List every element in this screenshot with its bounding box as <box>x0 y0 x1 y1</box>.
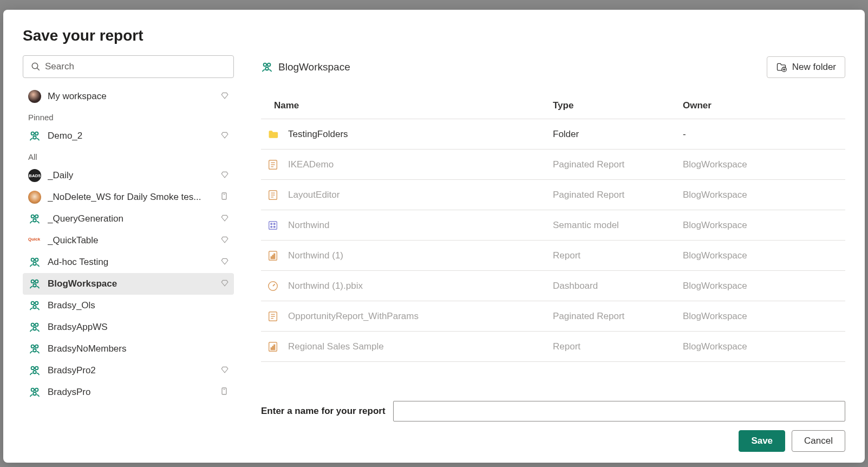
svg-point-27 <box>35 323 38 327</box>
dataset-icon <box>266 219 279 232</box>
my-workspace-item[interactable]: My workspace <box>23 86 234 107</box>
svg-point-11 <box>35 215 38 218</box>
workspace-label: Ad-hoc Testing <box>48 257 217 268</box>
svg-point-5 <box>33 136 36 139</box>
svg-point-15 <box>31 258 35 262</box>
table-row[interactable]: TestingFoldersFolder- <box>261 119 845 150</box>
main-header: BlogWorkspace New folder <box>261 55 845 79</box>
row-type: Paginated Report <box>553 159 683 170</box>
svg-point-17 <box>33 262 36 265</box>
diamond-icon <box>221 235 229 246</box>
diamond-icon <box>221 365 229 376</box>
workspace-icon <box>28 321 41 334</box>
breadcrumb-label: BlogWorkspace <box>278 61 350 73</box>
workspace-item[interactable]: Bradsy_Ols <box>23 295 234 316</box>
workspace-item[interactable]: BradysPro <box>23 381 234 403</box>
svg-point-29 <box>31 345 35 348</box>
workspace-item[interactable]: BradsyPro2 <box>23 360 234 381</box>
diamond-icon <box>221 257 229 268</box>
dashboard-icon <box>266 280 279 293</box>
table-row: OpportunityReport_WithParamsPaginated Re… <box>261 301 845 332</box>
workspace-item[interactable]: Demo_2 <box>23 125 234 147</box>
workspace-label: BlogWorkspace <box>48 278 217 289</box>
cancel-button[interactable]: Cancel <box>792 430 845 452</box>
pinned-section-label: Pinned <box>23 107 234 125</box>
save-button[interactable]: Save <box>739 430 785 452</box>
share-icon <box>220 192 229 203</box>
svg-point-59 <box>273 226 275 228</box>
new-folder-label: New folder <box>792 62 836 73</box>
workspace-item[interactable]: Ad-hoc Testing <box>23 251 234 273</box>
row-owner: BlogWorkspace <box>683 311 845 322</box>
share-icon <box>220 387 229 398</box>
report-name-label: Enter a name for your report <box>261 406 386 417</box>
column-type-header[interactable]: Type <box>553 100 683 111</box>
svg-point-28 <box>33 327 36 330</box>
workspace-sidebar: My workspace Pinned Demo_2 All BAD5_Dail… <box>23 55 234 452</box>
table-body[interactable]: TestingFoldersFolder-IKEADemoPaginated R… <box>261 119 845 390</box>
svg-rect-8 <box>222 193 226 199</box>
row-type: Folder <box>553 129 683 140</box>
svg-line-1 <box>37 68 40 70</box>
row-type: Paginated Report <box>553 311 683 322</box>
dialog-body: My workspace Pinned Demo_2 All BAD5_Dail… <box>3 55 865 463</box>
svg-point-12 <box>33 219 36 222</box>
svg-point-25 <box>33 306 36 309</box>
all-section-label: All <box>23 147 234 165</box>
diamond-icon <box>221 91 229 102</box>
row-owner: BlogWorkspace <box>683 159 845 170</box>
table-row: NorthwindSemantic modelBlogWorkspace <box>261 210 845 241</box>
workspace-label: _NoDelete_WS for Daily Smoke tes... <box>48 192 216 203</box>
svg-point-3 <box>31 132 35 135</box>
svg-point-41 <box>264 63 267 67</box>
svg-marker-14 <box>221 237 228 243</box>
workspace-item[interactable]: BAD5_Daily <box>23 165 234 186</box>
report-name-input[interactable] <box>393 401 845 421</box>
svg-point-10 <box>31 215 35 218</box>
workspace-item[interactable]: BradsyAppWS <box>23 316 234 338</box>
svg-point-16 <box>35 258 38 262</box>
workspace-icon <box>28 277 41 290</box>
column-owner-header[interactable]: Owner <box>683 100 845 111</box>
workspace-item[interactable]: BradsyNoMembers <box>23 338 234 360</box>
svg-rect-61 <box>271 256 272 258</box>
workspace-icon <box>28 364 41 377</box>
svg-marker-13 <box>221 215 228 221</box>
svg-rect-72 <box>274 345 275 349</box>
new-folder-button[interactable]: New folder <box>767 56 845 78</box>
workspace-icon <box>28 212 41 225</box>
row-type: Semantic model <box>553 220 683 231</box>
svg-point-21 <box>33 284 36 287</box>
table-row: Northwind (1)ReportBlogWorkspace <box>261 241 845 271</box>
workspace-label: BradsyNoMembers <box>48 343 229 354</box>
row-type: Report <box>553 250 683 261</box>
svg-point-23 <box>31 302 35 305</box>
workspace-label: _QuickTable <box>48 235 217 246</box>
svg-point-26 <box>31 323 35 327</box>
workspace-item[interactable]: _QueryGeneration <box>23 208 234 230</box>
dialog-header: Save your report <box>3 10 865 55</box>
search-icon <box>31 62 41 72</box>
svg-rect-39 <box>222 388 226 394</box>
column-name-header[interactable]: Name <box>261 100 553 111</box>
workspace-icon <box>28 299 41 312</box>
diamond-icon <box>221 170 229 181</box>
search-box[interactable] <box>23 55 234 78</box>
workspace-label: BradsyAppWS <box>48 322 229 333</box>
row-name: Regional Sales Sample <box>288 341 384 352</box>
workspace-label: BradsyPro2 <box>48 365 217 376</box>
svg-point-19 <box>31 280 35 283</box>
svg-point-30 <box>35 345 38 348</box>
workspace-item[interactable]: Quick_QuickTable <box>23 230 234 251</box>
paginated-icon <box>266 310 279 323</box>
row-name: IKEADemo <box>288 159 334 170</box>
report-icon <box>266 249 279 262</box>
avatar-icon <box>28 90 41 103</box>
svg-point-0 <box>32 63 38 69</box>
workspace-list[interactable]: My workspace Pinned Demo_2 All BAD5_Dail… <box>23 86 234 452</box>
workspace-item[interactable]: _NoDelete_WS for Daily Smoke tes... <box>23 186 234 208</box>
workspace-icon <box>28 129 41 142</box>
workspace-item[interactable]: BlogWorkspace <box>23 273 234 295</box>
svg-marker-6 <box>221 132 228 138</box>
search-input[interactable] <box>45 61 226 72</box>
